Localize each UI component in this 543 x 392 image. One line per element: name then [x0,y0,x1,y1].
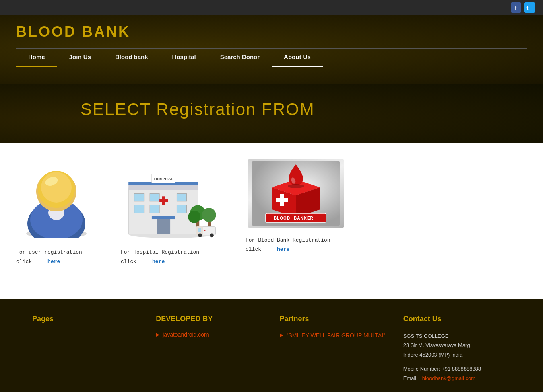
svg-rect-18 [177,194,186,201]
svg-rect-19 [134,205,144,213]
footer-partners: Partners ▶ "SMILEY WELL FAIR GROUP MULTA… [272,315,395,383]
footer-developed-link[interactable]: javatoandroid.com [163,331,209,338]
svg-rect-37 [198,228,201,232]
footer-contact-org: SGSITS COLLEGE [403,331,511,341]
svg-rect-22 [157,219,170,234]
svg-point-10 [41,172,72,203]
footer-partners-link[interactable]: "SMILEY WELL FAIR GROUP MULTAI" [287,331,386,340]
hospital-reg-line2: click here [121,257,199,266]
footer-contact: Contact Us SGSITS COLLEGE 23 Sir M. Visv… [395,315,519,383]
registration-cards: For user registration click here [16,159,527,283]
footer-partners-link-row: ▶ "SMILEY WELL FAIR GROUP MULTAI" [280,331,387,340]
user-click-label: click [16,259,32,265]
footer-developed-link-row: ▶ javatoandroid.com [156,331,263,338]
svg-point-46 [288,184,304,188]
svg-text:HOSPITAL: HOSPITAL [154,177,173,181]
facebook-icon[interactable]: f [511,2,521,13]
nav-home[interactable]: Home [16,49,57,67]
hospital-reg-line1: For Hospital Registration [121,248,199,257]
svg-rect-17 [150,194,159,201]
user-registration-card: For user registration click here [16,159,97,267]
main-nav: Home Join Us Blood bank Hospital Search … [16,48,527,67]
svg-point-36 [210,234,214,238]
header: BLOOD BANK Home Join Us Blood bank Hospi… [0,15,543,84]
svg-rect-44 [276,198,288,202]
top-bar: f t [0,0,543,15]
footer-contact-email-row: Email: bloodbank@gmail.com [403,374,511,383]
footer-partners-title: Partners [280,315,387,323]
footer-contact-title: Contact Us [403,315,511,323]
svg-text:+: + [204,229,206,232]
svg-rect-20 [150,205,159,213]
user-reg-line1: For user registration [16,248,82,257]
svg-rect-27 [152,216,175,219]
svg-text:f: f [515,5,517,11]
arrow-bullet-partners: ▶ [280,332,283,338]
svg-rect-21 [177,205,186,213]
twitter-icon[interactable]: t [524,2,535,13]
footer-pages-title: Pages [32,315,140,323]
footer: Pages DEVELOPED BY ▶ javatoandroid.com P… [0,299,543,392]
bloodbank-reg-line2: click here [246,245,330,254]
svg-rect-2 [524,2,535,13]
bloodbank-here-link[interactable]: here [277,246,289,252]
nav-search-donor[interactable]: Search Donor [208,49,272,67]
user-reg-line2: click here [16,257,82,266]
hospital-registration-card: HOSPITAL [121,159,221,267]
nav-about-us[interactable]: About Us [272,49,323,67]
arrow-bullet-developed: ▶ [156,332,159,337]
footer-developed-title: DEVELOPED BY [156,315,263,323]
svg-rect-16 [134,194,144,201]
svg-point-32 [202,208,216,222]
footer-pages: Pages [24,315,148,383]
hospital-click-label: click [121,259,136,265]
bloodbank-registration-card: BLOOD BANKER For Blood Bank Registration… [246,159,346,254]
svg-text:BANKER: BANKER [294,216,314,220]
nav-hospital[interactable]: Hospital [160,49,208,67]
footer-email-label: Email: [403,375,418,381]
bloodbank-click-label: click [246,246,261,252]
user-icon [20,161,93,238]
bloodbank-reg-text: For Blood Bank Registration click here [246,236,330,254]
hero-title: SELECT Registration FROM [81,100,527,119]
nav-join-us[interactable]: Join Us [57,49,103,67]
svg-text:t: t [526,5,529,11]
footer-email-link[interactable]: bloodbank@gmail.com [422,375,475,381]
svg-point-35 [198,234,202,238]
user-here-link[interactable]: here [47,259,60,265]
bloodbank-icon-area: BLOOD BANKER [246,159,346,228]
site-title: BLOOD BANK [16,23,527,40]
footer-contact-address2: Indore 452003 (MP) India [403,350,511,359]
footer-developed: DEVELOPED BY ▶ javatoandroid.com [148,315,271,383]
bloodbank-reg-line1: For Blood Bank Registration [246,236,330,245]
main-content: For user registration click here [0,143,543,299]
svg-point-30 [188,211,200,223]
footer-contact-address1: 23 Sir M. Visvesvaraya Marg, [403,341,511,350]
hospital-here-link[interactable]: here [152,259,165,265]
hospital-icon: HOSPITAL [121,159,221,240]
footer-contact-mobile: Mobile Number: +91 8888888888 [403,364,511,374]
nav-blood-bank[interactable]: Blood bank [103,49,160,67]
hospital-icon-area: HOSPITAL [121,159,221,240]
bloodbanker-icon: BLOOD BANKER [252,161,340,226]
bloodbanker-box: BLOOD BANKER [248,159,344,228]
svg-rect-26 [159,199,168,202]
hero-section: SELECT Registration FROM [0,84,543,143]
hospital-reg-text: For Hospital Registration click here [121,248,199,267]
user-reg-text: For user registration click here [16,248,82,267]
svg-text:BLOOD: BLOOD [274,216,290,220]
user-icon-area [16,159,97,240]
